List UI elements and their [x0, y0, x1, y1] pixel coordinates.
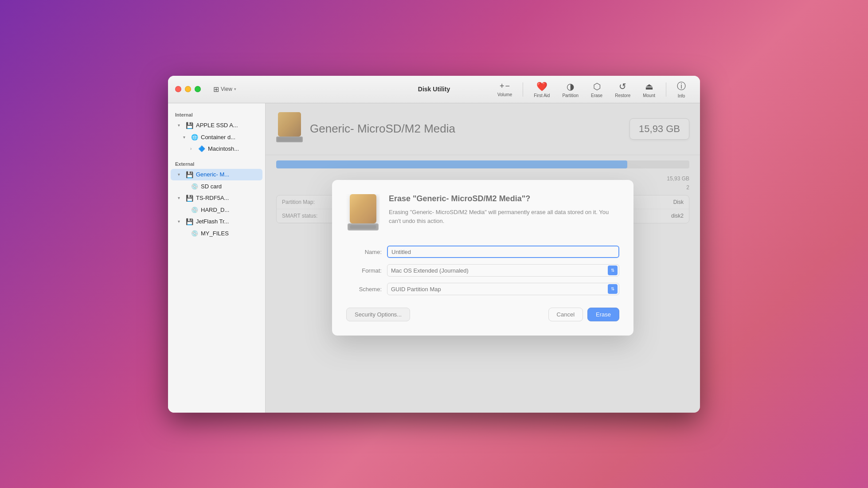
action-buttons: Cancel Erase	[548, 308, 619, 321]
sidebar-item-generic-m[interactable]: ▾ 💾 Generic- M...	[171, 169, 262, 180]
info-button[interactable]: ⓘ Info	[672, 78, 691, 100]
chevron-right-icon: ›	[190, 146, 195, 151]
dialog-description: Erasing "Generic- MicroSD/M2 Media" will…	[389, 208, 619, 225]
chevron-down-icon: ▾	[178, 219, 183, 224]
sidebar-item-label: JetFlash Tr...	[196, 218, 255, 225]
scheme-select-wrapper: GUID Partition Map Master Boot Record Ap…	[387, 283, 619, 295]
detail-panel: Generic- MicroSD/M2 Media 15,93 GB 15,93…	[266, 103, 700, 413]
sidebar-item-label: TS-RDF5A...	[196, 195, 255, 201]
scheme-label: Scheme:	[346, 286, 382, 293]
dialog-title: Erase "Generic- MicroSD/M2 Media"?	[389, 194, 619, 203]
format-select[interactable]: Mac OS Extended (Journaled) Mac OS Exten…	[387, 264, 619, 277]
disk-utility-window: ⊞ View ▾ Disk Utility + − Volume ❤️ Firs…	[168, 76, 700, 413]
volume-icon: 💿	[191, 183, 198, 190]
partition-button[interactable]: ◑ Partition	[557, 79, 584, 100]
disk-icon: 💾	[186, 195, 193, 202]
dialog-form: Name: Format: Mac OS Extended (Journaled…	[346, 246, 619, 295]
close-button[interactable]	[175, 86, 181, 92]
svg-rect-6	[350, 225, 376, 229]
sidebar-item-macintosh-hd[interactable]: › 🔷 Macintosh...	[171, 143, 262, 154]
disk-icon: 💾	[186, 218, 193, 225]
sidebar-item-label: HARD_D...	[201, 207, 255, 213]
sidebar-item-label: Generic- M...	[196, 171, 255, 178]
name-input[interactable]	[387, 246, 619, 258]
volume-icon: 💿	[191, 230, 198, 237]
format-label: Format:	[346, 267, 382, 274]
add-icon: +	[500, 82, 504, 91]
name-label: Name:	[346, 249, 382, 255]
container-icon: 🌐	[191, 134, 198, 141]
security-options-button[interactable]: Security Options...	[346, 308, 410, 321]
info-icon: ⓘ	[677, 80, 686, 92]
svg-rect-3	[350, 194, 376, 223]
dialog-text: Erase "Generic- MicroSD/M2 Media"? Erasi…	[389, 194, 619, 225]
sidebar-item-label: Macintosh...	[208, 145, 255, 152]
erase-dialog: Erase "Generic- MicroSD/M2 Media"? Erasi…	[332, 180, 633, 336]
view-button[interactable]: ⊞ View ▾	[210, 83, 240, 95]
titlebar-center: Disk Utility	[418, 86, 450, 93]
info-label: Info	[678, 94, 685, 98]
erase-label: Erase	[591, 93, 602, 98]
erase-button[interactable]: ⬡ Erase	[586, 79, 608, 100]
view-chevron-icon: ▾	[234, 87, 236, 91]
chevron-down-icon: ▾	[183, 135, 188, 140]
erase-confirm-button[interactable]: Erase	[587, 308, 619, 321]
minus-icon: −	[505, 82, 510, 91]
titlebar: ⊞ View ▾ Disk Utility + − Volume ❤️ Firs…	[168, 76, 700, 103]
name-row: Name:	[346, 246, 619, 258]
sidebar: Internal ▾ 💾 APPLE SSD A... ▾ 🌐 Containe…	[168, 103, 266, 413]
sidebar-item-label: APPLE SSD A...	[196, 122, 255, 129]
sidebar-item-sd-card[interactable]: › 💿 SD card	[171, 181, 262, 192]
view-label: View	[221, 86, 232, 92]
scheme-row: Scheme: GUID Partition Map Master Boot R…	[346, 283, 619, 295]
sidebar-item-container-d[interactable]: ▾ 🌐 Container d...	[171, 132, 262, 143]
sidebar-item-apple-ssd[interactable]: ▾ 💾 APPLE SSD A...	[171, 120, 262, 131]
disk-icon: 💾	[186, 171, 193, 178]
toolbar: + − Volume ❤️ First Aid ◑ Partition ⬡ Er…	[492, 76, 691, 103]
sidebar-item-label: MY_FILES	[201, 230, 255, 237]
disk-icon: 💾	[186, 122, 193, 129]
volume-icon: 🔷	[198, 145, 205, 152]
dialog-drive-svg	[346, 194, 380, 231]
scheme-select[interactable]: GUID Partition Map Master Boot Record Ap…	[387, 283, 619, 295]
partition-icon: ◑	[567, 81, 574, 92]
sidebar-item-label: SD card	[201, 183, 255, 190]
toolbar-separator-2	[666, 82, 666, 97]
format-row: Format: Mac OS Extended (Journaled) Mac …	[346, 264, 619, 277]
maximize-button[interactable]	[195, 86, 201, 92]
sidebar-item-hard-d[interactable]: › 💿 HARD_D...	[171, 204, 262, 215]
dialog-drive-icon	[346, 194, 380, 233]
partition-label: Partition	[562, 93, 579, 98]
sidebar-item-jetflash-tr[interactable]: ▾ 💾 JetFlash Tr...	[171, 216, 262, 227]
cancel-button[interactable]: Cancel	[548, 308, 583, 321]
mount-label: Mount	[643, 93, 655, 98]
first-aid-icon: ❤️	[536, 81, 547, 92]
format-select-wrapper: Mac OS Extended (Journaled) Mac OS Exten…	[387, 264, 619, 277]
app-title: Disk Utility	[418, 86, 450, 93]
main-content: Internal ▾ 💾 APPLE SSD A... ▾ 🌐 Containe…	[168, 103, 700, 413]
chevron-down-icon: ▾	[178, 172, 183, 177]
sidebar-item-my-files[interactable]: › 💿 MY_FILES	[171, 228, 262, 239]
volume-button[interactable]: + − Volume	[492, 80, 517, 99]
mount-button[interactable]: ⏏ Mount	[637, 79, 661, 100]
mount-icon: ⏏	[645, 81, 653, 92]
external-section-label: External	[168, 158, 265, 168]
dialog-buttons: Security Options... Cancel Erase	[346, 308, 619, 321]
first-aid-button[interactable]: ❤️ First Aid	[528, 79, 555, 100]
sidebar-item-ts-rdf5a[interactable]: ▾ 💾 TS-RDF5A...	[171, 192, 262, 204]
restore-icon: ↺	[619, 81, 626, 92]
minimize-button[interactable]	[185, 86, 191, 92]
toolbar-separator-1	[523, 82, 523, 97]
restore-label: Restore	[615, 93, 630, 98]
restore-button[interactable]: ↺ Restore	[610, 79, 636, 100]
dialog-overlay: Erase "Generic- MicroSD/M2 Media"? Erasi…	[266, 103, 700, 413]
traffic-lights	[175, 86, 201, 92]
chevron-down-icon: ▾	[178, 123, 183, 128]
volume-icon: 💿	[191, 207, 198, 213]
first-aid-label: First Aid	[534, 93, 550, 98]
volume-label: Volume	[497, 92, 512, 97]
erase-icon: ⬡	[593, 81, 601, 92]
chevron-down-icon: ▾	[178, 195, 183, 200]
dialog-header: Erase "Generic- MicroSD/M2 Media"? Erasi…	[346, 194, 619, 233]
sidebar-toggle-icon: ⊞	[213, 85, 219, 94]
